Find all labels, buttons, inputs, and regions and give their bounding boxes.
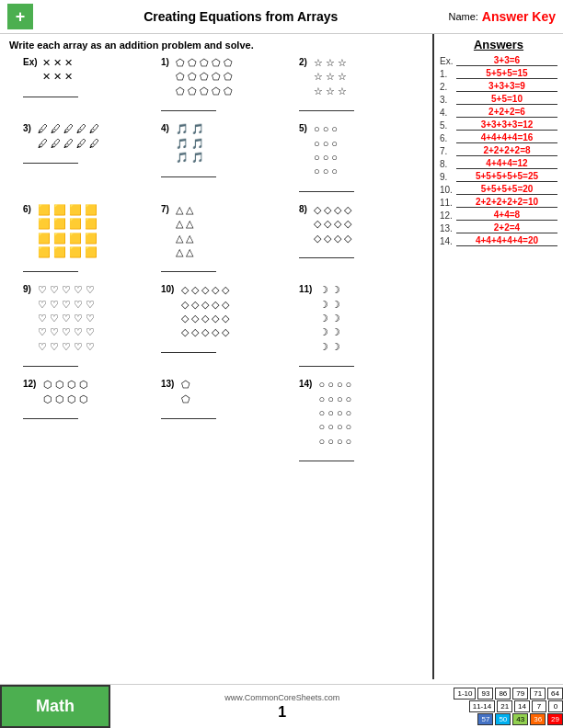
- p9-row3: ♡ ♡ ♡ ♡ ♡: [38, 312, 95, 325]
- footer-center: www.CommonCoreSheets.com 1: [110, 685, 454, 728]
- p8-row3: ◇ ◇ ◇ ◇: [314, 232, 351, 245]
- problem-ex: Ex) ✕ ✕ ✕ ✕ ✕ ✕: [23, 56, 133, 99]
- page-title: Creating Equations from Arrays: [33, 9, 448, 24]
- stat-93: 93: [477, 688, 493, 700]
- answer-list: Ex.3+3=61.5+5+5=152.3+3+3=93.5+5=104.2+2…: [440, 55, 557, 246]
- answer-item: 2.3+3+3=9: [440, 81, 557, 92]
- answer-key-label: Answer Key: [482, 9, 556, 24]
- stats-row-2: 11-14 21 14 7 0: [469, 700, 563, 712]
- answer-num: 4.: [440, 108, 456, 118]
- row-3-4-5: 3) 🖊 🖊 🖊 🖊 🖊 🖊 🖊 🖊 🖊 🖊 4) 🎵 🎵 🎵 🎵 🎵 🎵: [9, 122, 423, 194]
- section-2: 3) 🖊 🖊 🖊 🖊 🖊 🖊 🖊 🖊 🖊 🖊 4) 🎵 🎵 🎵 🎵 🎵 🎵: [9, 122, 423, 194]
- p11-answer: [299, 356, 354, 367]
- problem-10: 10) ◇ ◇ ◇ ◇ ◇ ◇ ◇ ◇ ◇ ◇ ◇ ◇ ◇ ◇ ◇ ◇ ◇ ◇ …: [161, 283, 271, 355]
- stat-21: 21: [497, 700, 512, 712]
- p8-answer: [299, 247, 354, 258]
- p5-row3: ○ ○ ○: [314, 151, 338, 165]
- stat-7: 7: [532, 700, 546, 712]
- ex-symbols-row2: ✕ ✕ ✕: [42, 70, 73, 84]
- p5-row4: ○ ○ ○: [314, 165, 338, 178]
- footer-stats: 1-10 93 86 79 71 64 11-14 21 14 7 0 57 5…: [454, 685, 563, 728]
- stat-range-1: 1-10: [454, 688, 476, 700]
- p10-row2: ◇ ◇ ◇ ◇ ◇: [181, 298, 229, 312]
- answer-val: 3+3+3=9: [456, 81, 557, 92]
- answer-num: 11.: [440, 198, 456, 208]
- logo: +: [7, 4, 33, 29]
- stat-0: 0: [548, 700, 563, 712]
- p11-row4: ☽ ☽: [319, 325, 340, 339]
- p1-answer-line: [161, 100, 216, 111]
- p12-row2: ⬡ ⬡ ⬡ ⬡: [43, 392, 88, 406]
- problem-3: 3) 🖊 🖊 🖊 🖊 🖊 🖊 🖊 🖊 🖊 🖊: [23, 122, 133, 165]
- answer-val: 2+2+2+2+2=10: [456, 197, 557, 208]
- p5-answer: [299, 181, 354, 192]
- stat-71: 71: [530, 688, 546, 700]
- answer-val: 4+4+4=12: [456, 158, 557, 169]
- problem-9: 9) ♡ ♡ ♡ ♡ ♡ ♡ ♡ ♡ ♡ ♡ ♡ ♡ ♡ ♡ ♡ ♡ ♡ ♡ ♡…: [23, 283, 133, 369]
- answer-item: 13.2+2=4: [440, 222, 557, 233]
- answer-item: Ex.3+3=6: [440, 55, 557, 66]
- p4-answer: [161, 166, 216, 177]
- p2-row3: ☆ ☆ ☆: [314, 85, 347, 98]
- stat-64: 64: [547, 688, 563, 700]
- answer-item: 1.5+5+5=15: [440, 68, 557, 79]
- prob-2-num: 2): [299, 57, 307, 67]
- p1-row2: ⬠ ⬠ ⬠ ⬠ ⬠: [176, 70, 233, 84]
- problem-1: 1) ⬠ ⬠ ⬠ ⬠ ⬠ ⬠ ⬠ ⬠ ⬠ ⬠ ⬠ ⬠ ⬠ ⬠ ⬠: [161, 56, 271, 113]
- stat-79: 79: [512, 688, 528, 700]
- p1-row3: ⬠ ⬠ ⬠ ⬠ ⬠: [176, 85, 233, 98]
- row-ex-1-2: Ex) ✕ ✕ ✕ ✕ ✕ ✕ 1) ⬠ ⬠ ⬠ ⬠ ⬠ ⬠ ⬠ ⬠ ⬠ ⬠: [9, 56, 423, 113]
- problem-8: 8) ◇ ◇ ◇ ◇ ◇ ◇ ◇ ◇ ◇ ◇ ◇ ◇: [299, 203, 409, 260]
- answer-val: 2+2+2=6: [456, 107, 557, 118]
- p6-row4: 🟨 🟨 🟨 🟨: [38, 245, 98, 259]
- problem-2: 2) ☆ ☆ ☆ ☆ ☆ ☆ ☆ ☆ ☆: [299, 56, 409, 113]
- answer-val: 5+5=10: [456, 94, 557, 105]
- main-container: Write each array as an addition problem …: [0, 34, 563, 679]
- p7-row2: △ △: [176, 217, 193, 231]
- stats-row-1: 1-10 93 86 79 71 64: [454, 688, 563, 700]
- p6-row3: 🟨 🟨 🟨 🟨: [38, 232, 98, 245]
- ex-symbols-row1: ✕ ✕ ✕: [42, 56, 73, 70]
- p13-answer: [161, 408, 216, 419]
- answer-item: 14.4+4+4+4+4=20: [440, 235, 557, 246]
- p14-row5: ○ ○ ○ ○: [319, 435, 352, 449]
- problem-13: 13) ⬠ ⬠: [161, 378, 271, 421]
- p11-row3: ☽ ☽: [319, 312, 340, 325]
- answer-item: 12.4+4=8: [440, 210, 557, 221]
- p9-answer: [23, 356, 78, 367]
- answer-item: 6.4+4+4+4=16: [440, 132, 557, 143]
- stat-36: 36: [530, 713, 546, 725]
- prob-1-num: 1): [161, 57, 169, 67]
- answer-item: 9.5+5+5+5+5=25: [440, 171, 557, 182]
- answer-item: 11.2+2+2+2+2=10: [440, 197, 557, 208]
- p12-row1: ⬡ ⬡ ⬡ ⬡: [43, 378, 88, 392]
- answer-val: 5+5+5+5+5=25: [456, 171, 557, 182]
- answer-val: 5+5+5=15: [456, 68, 557, 79]
- p9-row1: ♡ ♡ ♡ ♡ ♡: [38, 283, 95, 297]
- problem-4: 4) 🎵 🎵 🎵 🎵 🎵 🎵: [161, 122, 271, 179]
- p7-row4: △ △: [176, 245, 193, 259]
- stats-row-3: 57 50 43 36 29: [477, 713, 563, 725]
- p10-row3: ◇ ◇ ◇ ◇ ◇: [181, 312, 229, 325]
- p8-row2: ◇ ◇ ◇ ◇: [314, 217, 351, 231]
- p6-row1: 🟨 🟨 🟨 🟨: [38, 203, 98, 217]
- answer-num: 13.: [440, 223, 456, 233]
- answer-num: 12.: [440, 210, 456, 221]
- problem-14: 14) ○ ○ ○ ○ ○ ○ ○ ○ ○ ○ ○ ○ ○ ○ ○ ○ ○ ○ …: [299, 378, 409, 463]
- problem-12: 12) ⬡ ⬡ ⬡ ⬡ ⬡ ⬡ ⬡ ⬡: [23, 378, 133, 421]
- p10-row4: ◇ ◇ ◇ ◇ ◇: [181, 325, 229, 339]
- answer-val: 4+4+4+4+4=20: [456, 235, 557, 246]
- problem-11: 11) ☽ ☽ ☽ ☽ ☽ ☽ ☽ ☽ ☽ ☽: [299, 283, 409, 369]
- answer-val: 4+4+4+4=16: [456, 132, 557, 143]
- answer-num: 8.: [440, 159, 456, 169]
- p14-answer: [299, 450, 354, 461]
- problem-5: 5) ○ ○ ○ ○ ○ ○ ○ ○ ○ ○ ○ ○: [299, 122, 409, 194]
- answer-item: 4.2+2+2=6: [440, 107, 557, 118]
- p14-row1: ○ ○ ○ ○: [319, 378, 352, 392]
- stat-43: 43: [512, 713, 528, 725]
- answer-num: Ex.: [440, 56, 456, 66]
- answer-val: 2+2=4: [456, 222, 557, 233]
- answer-val: 2+2+2+2=8: [456, 145, 557, 156]
- p6-answer: [23, 261, 78, 272]
- p11-row2: ☽ ☽: [319, 298, 340, 312]
